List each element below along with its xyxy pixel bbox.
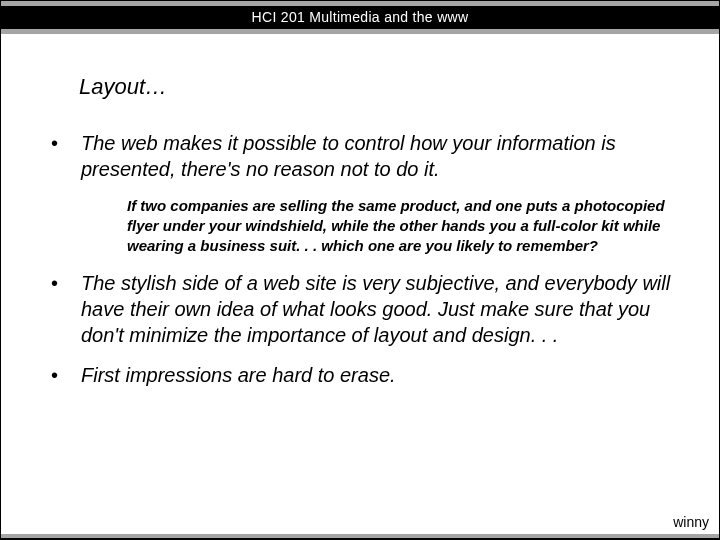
list-item: • The web makes it possible to control h… (49, 130, 671, 182)
header-band: HCI 201 Multimedia and the www (1, 1, 719, 34)
sub-note: If two companies are selling the same pr… (127, 196, 671, 256)
bullet-text: The stylish side of a web site is very s… (81, 270, 671, 348)
slide-content: Layout… • The web makes it possible to c… (1, 34, 719, 512)
slide-heading: Layout… (79, 74, 671, 100)
bullet-list: • The stylish side of a web site is very… (49, 270, 671, 388)
slide-frame: HCI 201 Multimedia and the www Layout… •… (0, 0, 720, 540)
bullet-icon: • (49, 362, 81, 388)
footer-band (1, 534, 719, 539)
footer-author: winny (1, 512, 719, 534)
bullet-list: • The web makes it possible to control h… (49, 130, 671, 182)
course-title: HCI 201 Multimedia and the www (252, 9, 469, 25)
bullet-icon: • (49, 270, 81, 348)
bullet-text: First impressions are hard to erase. (81, 362, 396, 388)
list-item: • First impressions are hard to erase. (49, 362, 671, 388)
list-item: • The stylish side of a web site is very… (49, 270, 671, 348)
bullet-text: The web makes it possible to control how… (81, 130, 671, 182)
bullet-icon: • (49, 130, 81, 182)
